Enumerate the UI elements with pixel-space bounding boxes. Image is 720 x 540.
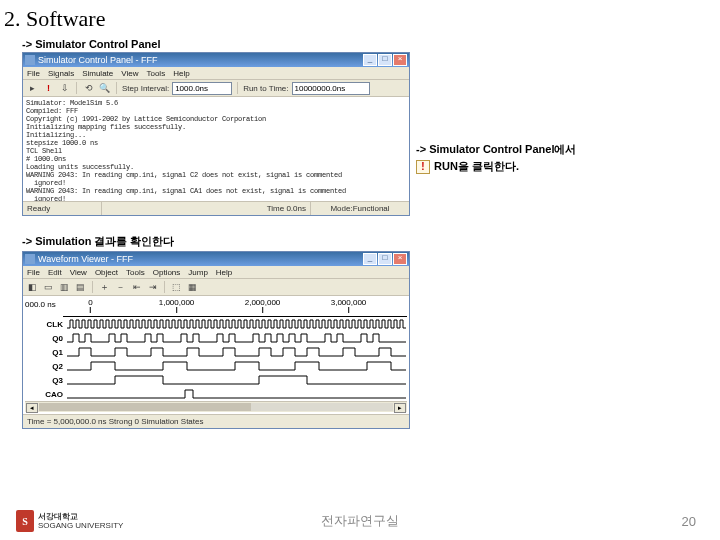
- annotation-line1: -> Simulator Control Panel에서: [416, 142, 576, 157]
- minimize-button[interactable]: _: [363, 54, 377, 66]
- signal-label: Q2: [25, 362, 67, 371]
- separator: [237, 82, 238, 94]
- maximize-button[interactable]: □: [378, 253, 392, 265]
- waveform-rows: CLK Q0 Q1 Q2 Q3 CAO: [25, 317, 407, 401]
- label-sim-panel: -> Simulator Control Panel: [22, 38, 720, 50]
- tick-label: 0: [88, 298, 92, 307]
- signal-q1[interactable]: [67, 345, 407, 359]
- zoom-in-icon[interactable]: ＋: [98, 281, 111, 294]
- signal-label: CAO: [25, 390, 67, 399]
- menu-signals[interactable]: Signals: [48, 69, 74, 78]
- page-number: 20: [682, 514, 696, 529]
- tick-label: 3,000,000: [331, 298, 367, 307]
- section-title: 2. Software: [0, 0, 720, 32]
- menu-edit[interactable]: Edit: [48, 268, 62, 277]
- status-time: Time 0.0ns: [102, 202, 311, 215]
- titlebar[interactable]: Simulator Control Panel - FFF _ □ ×: [23, 53, 409, 67]
- footer-center: 전자파연구실: [321, 512, 399, 530]
- menu-options[interactable]: Options: [153, 268, 181, 277]
- simulator-window: Simulator Control Panel - FFF _ □ × File…: [22, 52, 410, 216]
- annotation-line2: RUN을 클릭한다.: [434, 159, 519, 174]
- signal-q3[interactable]: [67, 373, 407, 387]
- signal-label: Q3: [25, 376, 67, 385]
- tool-icon[interactable]: ▤: [74, 281, 87, 294]
- menu-view[interactable]: View: [121, 69, 138, 78]
- menu-file[interactable]: File: [27, 268, 40, 277]
- waveform-status: Time = 5,000,000.0 ns Strong 0 Simulatio…: [23, 414, 409, 428]
- menu-help[interactable]: Help: [173, 69, 189, 78]
- run-to-time-label: Run to Time:: [243, 84, 288, 93]
- signal-row: CAO: [25, 387, 407, 401]
- time-ruler[interactable]: 0 1,000,000 2,000,000 3,000,000: [63, 298, 407, 317]
- pick-icon[interactable]: ⇩: [58, 82, 71, 95]
- tool-icon[interactable]: ▦: [186, 281, 199, 294]
- run-to-time-input[interactable]: 10000000.0ns: [292, 82, 370, 95]
- separator: [164, 281, 165, 293]
- signal-q2[interactable]: [67, 359, 407, 373]
- separator: [76, 82, 77, 94]
- status-mode: Mode:Functional: [311, 202, 409, 215]
- app-icon: [25, 55, 35, 65]
- tool-icon[interactable]: ▭: [42, 281, 55, 294]
- menu-view[interactable]: View: [70, 268, 87, 277]
- tool-icon[interactable]: ⬚: [170, 281, 183, 294]
- toolbar: ◧ ▭ ▥ ▤ ＋ － ⇤ ⇥ ⬚ ▦: [23, 279, 409, 296]
- window-title: Simulator Control Panel - FFF: [38, 55, 362, 65]
- menu-jump[interactable]: Jump: [188, 268, 208, 277]
- university-name-kr: 서강대학교: [38, 512, 123, 521]
- signal-label: Q0: [25, 334, 67, 343]
- menubar: File Signals Simulate View Tools Help: [23, 67, 409, 80]
- tick-label: 2,000,000: [245, 298, 281, 307]
- exclamation-icon: !: [416, 160, 430, 174]
- signal-cao[interactable]: [67, 387, 407, 401]
- label-sim-result: -> Simulation 결과를 확인한다: [22, 234, 720, 249]
- university-name-en: SOGANG UNIVERSITY: [38, 521, 123, 530]
- maximize-button[interactable]: □: [378, 54, 392, 66]
- close-button[interactable]: ×: [393, 253, 407, 265]
- university-logo: S 서강대학교 SOGANG UNIVERSITY: [16, 510, 123, 532]
- menu-file[interactable]: File: [27, 69, 40, 78]
- signal-row: Q0: [25, 331, 407, 345]
- minimize-button[interactable]: _: [363, 253, 377, 265]
- run-icon[interactable]: !: [42, 82, 55, 95]
- window-title: Waveform Viewer - FFF: [38, 254, 362, 264]
- time-start: 000.0 ns: [25, 298, 63, 317]
- waveform-area[interactable]: 000.0 ns 0 1,000,000 2,000,000 3,000,000…: [23, 296, 409, 414]
- run-annotation: -> Simulator Control Panel에서 ! RUN을 클릭한다…: [416, 142, 576, 174]
- separator: [116, 82, 117, 94]
- app-icon: [25, 254, 35, 264]
- signal-q0[interactable]: [67, 331, 407, 345]
- step-icon[interactable]: ▸: [26, 82, 39, 95]
- tool-icon[interactable]: ⇤: [130, 281, 143, 294]
- scrollbar-horizontal[interactable]: [39, 403, 393, 411]
- step-interval-input[interactable]: 1000.0ns: [172, 82, 232, 95]
- menu-help[interactable]: Help: [216, 268, 232, 277]
- shield-icon: S: [16, 510, 34, 532]
- statusbar: Ready Time 0.0ns Mode:Functional: [23, 201, 409, 215]
- tick-label: 1,000,000: [159, 298, 195, 307]
- zoom-icon[interactable]: 🔍: [98, 82, 111, 95]
- titlebar[interactable]: Waveform Viewer - FFF _ □ ×: [23, 252, 409, 266]
- signal-row: CLK: [25, 317, 407, 331]
- separator: [92, 281, 93, 293]
- signal-clk[interactable]: [67, 317, 407, 331]
- menu-simulate[interactable]: Simulate: [82, 69, 113, 78]
- menu-object[interactable]: Object: [95, 268, 118, 277]
- signal-row: Q3: [25, 373, 407, 387]
- scroll-left-button[interactable]: ◂: [26, 403, 38, 413]
- waveform-window: Waveform Viewer - FFF _ □ × File Edit Vi…: [22, 251, 410, 429]
- menu-tools[interactable]: Tools: [126, 268, 145, 277]
- reset-icon[interactable]: ⟲: [82, 82, 95, 95]
- footer: S 서강대학교 SOGANG UNIVERSITY 전자파연구실 20: [0, 510, 720, 532]
- close-button[interactable]: ×: [393, 54, 407, 66]
- menu-tools[interactable]: Tools: [146, 69, 165, 78]
- tool-icon[interactable]: ⇥: [146, 281, 159, 294]
- signal-label: Q1: [25, 348, 67, 357]
- tool-icon[interactable]: ▥: [58, 281, 71, 294]
- step-interval-label: Step Interval:: [122, 84, 169, 93]
- signal-row: Q2: [25, 359, 407, 373]
- console-output: Simulator: ModelSim 5.6 Compiled: FFF Co…: [23, 97, 409, 201]
- zoom-out-icon[interactable]: －: [114, 281, 127, 294]
- tool-icon[interactable]: ◧: [26, 281, 39, 294]
- scroll-right-button[interactable]: ▸: [394, 403, 406, 413]
